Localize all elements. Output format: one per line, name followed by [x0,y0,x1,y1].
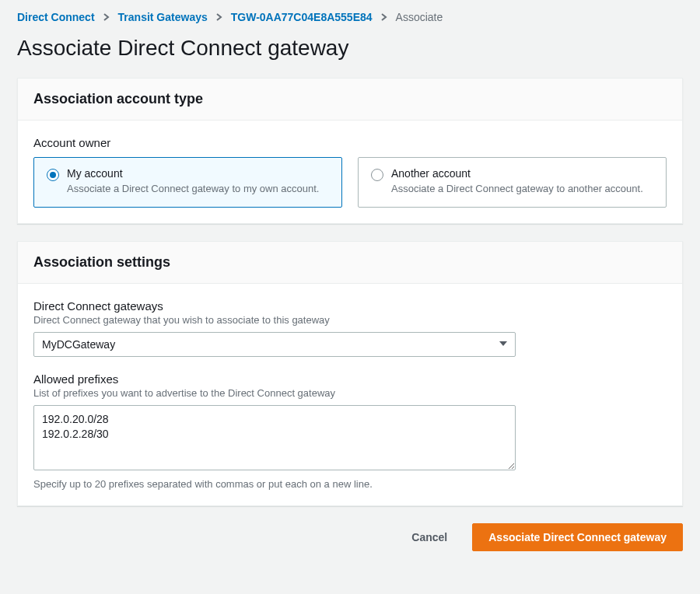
radio-button-icon [371,169,383,181]
account-owner-label: Account owner [33,136,667,149]
breadcrumb-link-direct-connect[interactable]: Direct Connect [17,11,95,23]
breadcrumb-current: Associate [396,11,443,23]
breadcrumb-link-tgw-id[interactable]: TGW-0AA77C04E8A555E84 [231,11,373,23]
radio-tile-another-account[interactable]: Another account Associate a Direct Conne… [358,157,667,208]
allowed-prefixes-textarea[interactable] [33,405,516,470]
radio-desc-my-account: Associate a Direct Connect gateway to my… [67,183,319,196]
chevron-right-icon [103,13,110,21]
panel-header-settings: Association settings [18,242,682,284]
panel-title-account-type: Association account type [33,91,667,107]
footer-actions: Cancel Associate Direct Connect gateway [17,523,683,551]
allowed-prefixes-hint: List of prefixes you want to advertise t… [33,387,667,399]
radio-title-another-account: Another account [391,167,643,180]
page-title: Associate Direct Connect gateway [17,36,683,61]
radio-desc-another-account: Associate a Direct Connect gateway to an… [391,183,643,196]
panel-association-settings: Association settings Direct Connect gate… [17,241,683,506]
panel-account-type: Association account type Account owner M… [17,78,683,224]
allowed-prefixes-helper: Specify up to 20 prefixes separated with… [33,478,667,490]
breadcrumb: Direct Connect Transit Gateways TGW-0AA7… [17,11,683,23]
field-allowed-prefixes: Allowed prefixes List of prefixes you wa… [33,372,667,490]
dc-gateways-select-value: MyDCGateway [42,338,115,351]
field-dc-gateways: Direct Connect gateways Direct Connect g… [33,299,667,357]
radio-tile-my-account[interactable]: My account Associate a Direct Connect ga… [33,157,342,208]
radio-title-my-account: My account [67,167,319,180]
radio-button-icon [47,169,59,181]
panel-title-settings: Association settings [33,254,667,271]
panel-header-account-type: Association account type [18,79,682,121]
breadcrumb-link-transit-gateways[interactable]: Transit Gateways [118,11,208,23]
dc-gateways-hint: Direct Connect gateway that you wish to … [33,314,667,326]
associate-button[interactable]: Associate Direct Connect gateway [472,523,683,551]
chevron-right-icon [380,13,388,21]
dc-gateways-select[interactable]: MyDCGateway [33,332,516,357]
cancel-button[interactable]: Cancel [396,524,463,550]
allowed-prefixes-label: Allowed prefixes [33,372,667,386]
dc-gateways-label: Direct Connect gateways [33,299,667,313]
chevron-right-icon [215,13,223,21]
